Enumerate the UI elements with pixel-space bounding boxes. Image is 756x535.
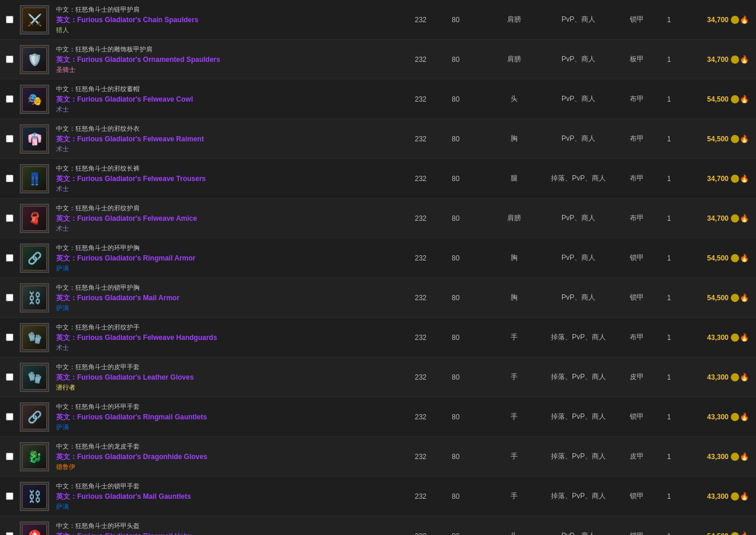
item-source: PvP、商人 [537,213,619,223]
table-row: 🐉 中文：狂怒角斗士的龙皮手套 英文：Furious Gladiator's D… [0,437,756,477]
row-checkbox-9[interactable] [6,333,13,341]
item-ilvl: 232 [403,294,438,302]
row-checkbox-col [2,175,16,182]
item-name-col: 中文：狂怒角斗士的邪纹蓄帽 英文：Furious Gladiator's Fel… [53,83,403,115]
row-checkbox-col [2,453,16,460]
item-name-col: 中文：狂怒角斗士的邪纹外衣 英文：Furious Gladiator's Fel… [53,123,403,155]
row-checkbox-6[interactable] [6,214,13,222]
row-checkbox-10[interactable] [6,373,13,381]
coin-icon [731,373,739,381]
item-en-name[interactable]: 英文：Furious Gladiator's Leather Gloves [56,372,400,383]
item-name-col: 中文：狂怒角斗士的环甲手套 英文：Furious Gladiator's Rin… [53,401,403,433]
item-en-name[interactable]: 英文：Furious Gladiator's Ornamented Spauld… [56,54,400,65]
item-ilvl: 232 [403,16,438,24]
coin-icon [731,175,739,183]
item-slot: 手 [491,451,537,461]
item-price: 43,300 🔥 [684,412,754,421]
item-price: 43,300 🔥 [684,373,754,381]
coin-icon [731,453,739,461]
item-en-name[interactable]: 英文：Furious Gladiator's Dragonhide Gloves [56,451,400,462]
item-price: 43,300 🔥 [684,452,754,461]
price-value: 34,700 [707,214,729,223]
row-checkbox-13[interactable] [6,492,13,500]
item-zh-name: 中文：狂怒角斗士的环甲手套 [56,402,400,412]
item-name-col: 中文：狂怒角斗士的链甲护肩 英文：Furious Gladiator's Cha… [53,4,403,36]
price-value: 34,700 [707,55,729,64]
item-level: 80 [438,55,473,64]
item-level: 80 [438,413,473,421]
item-count: 1 [654,333,684,342]
item-price: 34,700 🔥 [684,15,754,24]
row-checkbox-12[interactable] [6,453,13,460]
item-count: 1 [654,492,684,501]
item-zh-name: 中文：狂怒角斗士的龙皮手套 [56,442,400,451]
price-icons: 🔥 [731,214,749,223]
price-value: 54,500 [707,294,729,302]
row-checkbox-3[interactable] [6,95,13,103]
item-en-name[interactable]: 英文：Furious Gladiator's Felweave Amice [56,213,400,224]
item-level: 80 [438,294,473,302]
item-slot: 手 [491,372,537,382]
item-zh-name: 中文：狂怒角斗士的锁甲护胸 [56,283,400,293]
item-zh-name: 中文：狂怒角斗士的邪纹护肩 [56,203,400,213]
coin-icon [731,254,739,262]
item-class: 萨满 [56,422,400,432]
item-en-name[interactable]: 英文：Furious Gladiator's Ringmail Gauntlet… [56,412,400,422]
price-icons: 🔥 [731,531,749,535]
row-checkbox-col [2,413,16,421]
item-icon: 🔗 [20,244,49,273]
row-checkbox-col [2,55,16,63]
flame-icon: 🔥 [740,293,749,302]
row-checkbox-1[interactable] [6,16,13,23]
item-en-name[interactable]: 英文：Furious Gladiator's Chain Spaulders [56,15,400,25]
row-checkbox-11[interactable] [6,413,13,421]
price-value: 43,300 [707,453,729,461]
item-ilvl: 232 [403,532,438,536]
item-class: 术士 [56,105,400,114]
item-zh-name: 中文：狂怒角斗士的环甲护胸 [56,243,400,253]
item-level: 80 [438,333,473,342]
item-count: 1 [654,294,684,302]
item-en-name[interactable]: 英文：Furious Gladiator's Ringmail Armor [56,253,400,263]
item-price: 54,500 🔥 [684,531,754,535]
row-checkbox-col [2,373,16,381]
item-name-col: 中文：狂怒角斗士的环甲头盔 英文：Furious Gladiator's Rin… [53,520,403,535]
item-name-col: 中文：狂怒角斗士的锁甲护胸 英文：Furious Gladiator's Mai… [53,282,403,314]
item-en-name[interactable]: 英文：Furious Gladiator's Felweave Raiment [56,134,400,144]
item-en-name[interactable]: 英文：Furious Gladiator's Ringmail Helm [56,531,400,536]
item-level: 80 [438,175,473,183]
flame-icon: 🔥 [740,174,749,183]
row-checkbox-4[interactable] [6,135,13,143]
table-row: 🧤 中文：狂怒角斗士的邪纹护手 英文：Furious Gladiator's F… [0,318,756,357]
table-row: 👖 中文：狂怒角斗士的邪纹长裤 英文：Furious Gladiator's F… [0,159,756,199]
row-checkbox-14[interactable] [6,532,13,535]
item-en-name[interactable]: 英文：Furious Gladiator's Felweave Cowl [56,94,400,105]
item-level: 80 [438,453,473,461]
row-checkbox-col [2,135,16,143]
item-en-name[interactable]: 英文：Furious Gladiator's Felweave Handguar… [56,332,400,343]
item-source: 掉落、PvP、商人 [537,173,619,183]
item-zh-name: 中文：狂怒角斗士的锁甲手套 [56,481,400,491]
item-price: 34,700 🔥 [684,174,754,183]
item-count: 1 [654,55,684,64]
item-icon: 🐉 [20,442,49,471]
row-checkbox-2[interactable] [6,55,13,63]
price-value: 54,500 [707,95,729,103]
table-row: 🎭 中文：狂怒角斗士的邪纹蓄帽 英文：Furious Gladiator's F… [0,79,756,119]
row-checkbox-7[interactable] [6,254,13,262]
row-checkbox-8[interactable] [6,294,13,301]
table-row: ⛓️ 中文：狂怒角斗士的锁甲手套 英文：Furious Gladiator's … [0,477,756,516]
item-zh-name: 中文：狂怒角斗士的邪纹长裤 [56,164,400,173]
item-class: 萨满 [56,502,400,512]
price-icons: 🔥 [731,452,749,461]
item-en-name[interactable]: 英文：Furious Gladiator's Felweave Trousers [56,173,400,184]
row-checkbox-col [2,214,16,222]
item-en-name[interactable]: 英文：Furious Gladiator's Mail Armor [56,293,400,303]
item-price: 54,500 🔥 [684,95,754,103]
item-en-name[interactable]: 英文：Furious Gladiator's Mail Gauntlets [56,491,400,502]
item-icon: 👘 [20,124,49,154]
item-armor-type: 锁甲 [619,253,654,263]
item-name-col: 中文：狂怒角斗士的环甲护胸 英文：Furious Gladiator's Rin… [53,242,403,274]
item-source: 掉落、PvP、商人 [537,451,619,461]
row-checkbox-5[interactable] [6,175,13,182]
